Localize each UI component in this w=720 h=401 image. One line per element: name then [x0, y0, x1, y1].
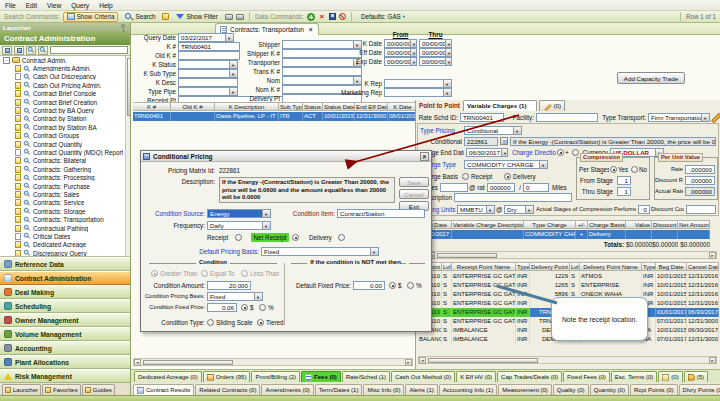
accordion-section[interactable]: Scheduling: [0, 299, 130, 313]
k-date-thru[interactable]: 00/00/0000: [419, 39, 452, 48]
bottom-tab[interactable]: Measurement (0): [498, 384, 552, 395]
chevron-down-icon[interactable]: [701, 114, 709, 121]
bottom-tab[interactable]: Misc Info (0): [363, 384, 404, 395]
column-header[interactable]: Status Date: [323, 102, 355, 111]
column-header[interactable]: Lvl: [570, 262, 580, 271]
column-header[interactable]: Type Charge: [524, 220, 576, 229]
default-pricing-basis-label[interactable]: Default Pricing Basis:: [181, 247, 259, 256]
default-dollar-radio[interactable]: [389, 282, 396, 289]
miles2-input[interactable]: 0: [523, 183, 549, 192]
tree-filter-input[interactable]: [50, 46, 128, 54]
type-pricing-select[interactable]: Conditional: [464, 126, 522, 135]
k-desc-input[interactable]: [178, 78, 238, 87]
launcher-strip[interactable]: Launcher: [0, 23, 130, 32]
default-pricing-basis-select[interactable]: Fixed: [261, 247, 379, 256]
rate-input[interactable]: 000000: [487, 183, 515, 192]
condition-fixed-price-input[interactable]: 0.06: [207, 303, 237, 312]
cancel-button[interactable]: Cancel: [399, 189, 429, 199]
k-rep-select[interactable]: [384, 79, 452, 88]
horizontal-scrollbar[interactable]: [133, 358, 413, 366]
column-header[interactable]: Lvl: [442, 262, 452, 271]
scroll-left-icon[interactable]: [134, 359, 141, 366]
tab-point-to-point[interactable]: Point to Point: [419, 101, 461, 110]
show-criteria-button[interactable]: Show Criteria: [63, 12, 119, 22]
tree-item[interactable]: Contracts: Bilateral: [0, 157, 130, 165]
tab-notes[interactable]: (0): [539, 100, 565, 111]
type-pricing-label[interactable]: Type Pricing: [420, 126, 462, 135]
scroll-right-icon[interactable]: [709, 357, 716, 364]
stages-input[interactable]: 0: [638, 205, 650, 214]
accordion-section[interactable]: Deal Making: [0, 285, 130, 299]
accordion-section[interactable]: Contract Administration: [0, 271, 130, 285]
default-fixed-price-input[interactable]: 0.00: [353, 281, 385, 290]
discount-code-input[interactable]: [686, 205, 716, 214]
charges-scrollbar[interactable]: [427, 251, 717, 259]
chevron-down-icon[interactable]: [445, 49, 451, 56]
type-transport-select[interactable]: Firm Transportation: [648, 113, 710, 122]
tree-item[interactable]: Contract Brief Console: [0, 90, 130, 98]
query-date-field[interactable]: 03/22/2017: [178, 33, 234, 42]
chevron-down-icon[interactable]: [445, 58, 451, 65]
bottom-tab[interactable]: Amendments (0): [261, 384, 313, 395]
tree-item[interactable]: Contracts: Transportation: [0, 215, 130, 223]
lookup-icon[interactable]: [500, 137, 508, 145]
tree-item[interactable]: Discrepancy Query: [0, 249, 130, 257]
tree-item[interactable]: Contract Quantity: [0, 140, 130, 148]
marketing-rep-select[interactable]: [384, 88, 452, 97]
column-header[interactable]: Status: [303, 102, 323, 111]
menu-item[interactable]: File: [5, 2, 16, 9]
condition-dollar-radio[interactable]: [241, 304, 248, 311]
tree-item[interactable]: Cash Out Pricing Admin.: [0, 81, 130, 89]
close-tab-icon[interactable]: [307, 26, 314, 33]
subtab[interactable]: Esc. Terms (0): [611, 371, 658, 382]
bottom-tab[interactable]: Term/Dates (1): [315, 384, 363, 395]
bottom-tab[interactable]: Rcpt Points (0): [630, 384, 678, 395]
tab-variable-charges[interactable]: Variable Charges (1): [463, 100, 537, 111]
condition-pricing-basis-select[interactable]: Fixed: [207, 292, 263, 301]
tree-item[interactable]: Dedicated Acreage: [0, 241, 130, 249]
tree-item[interactable]: Contractual Pathing: [0, 224, 130, 232]
charge-direction-label[interactable]: Charge Direction: [512, 148, 556, 157]
conditional-pricing-dialog[interactable]: Conditional Pricing Pricing Matrix Id: 2…: [140, 150, 432, 332]
equal-to-radio[interactable]: [201, 270, 208, 277]
chevron-down-icon[interactable]: [262, 210, 270, 217]
greater-than-radio[interactable]: [151, 270, 158, 277]
eff-date-thru[interactable]: 00/00/0000: [419, 48, 452, 57]
subtab[interactable]: Fixed Fees (0): [563, 371, 610, 382]
bottom-tab[interactable]: Alerts (1): [405, 384, 437, 395]
column-header[interactable]: Charge Basis: [588, 220, 626, 229]
accordion-section[interactable]: Owner Management: [0, 313, 130, 327]
sidebar-tab[interactable]: Favorites: [42, 384, 81, 395]
tree-item[interactable]: Contract by Station BA: [0, 123, 130, 131]
charge-type-select[interactable]: COMMODITY CHARGE: [464, 160, 548, 169]
conditional-id-field[interactable]: 222861: [464, 137, 498, 146]
tree-item[interactable]: Contract by BA Query: [0, 106, 130, 114]
subtab[interactable]: Cap Trades/Deals (0): [497, 371, 562, 382]
chevron-down-icon[interactable]: [539, 161, 547, 168]
sliding-scale-radio[interactable]: [207, 319, 214, 326]
sidebar-tab[interactable]: Guides: [82, 384, 115, 395]
frequency-select[interactable]: Daily: [207, 221, 271, 230]
eff-date-from[interactable]: 00/00/0000: [384, 48, 417, 57]
menu-item[interactable]: Edit: [26, 2, 37, 9]
miles-input[interactable]: [440, 183, 468, 192]
tree-item[interactable]: Cash Out Discrepancy: [0, 73, 130, 81]
chevron-down-icon[interactable]: [410, 40, 416, 47]
scroll-left-icon[interactable]: [419, 357, 426, 364]
subtab[interactable]: Pmnt/Billing (2): [251, 371, 300, 382]
table-row[interactable]: 8610SENTERPRISE GC GATHERININR1265SENTER…: [418, 281, 719, 290]
chevron-down-icon[interactable]: [443, 89, 451, 96]
menu-item[interactable]: View: [47, 2, 61, 9]
print-icon[interactable]: [225, 14, 233, 20]
condition-item-field[interactable]: Contract/Station: [337, 209, 425, 218]
column-header[interactable]: Sub Type: [279, 102, 303, 111]
close-icon[interactable]: [420, 152, 429, 161]
column-header[interactable]: Type: [642, 262, 656, 271]
add-capacity-trade-button[interactable]: Add Capacity Trade: [617, 72, 685, 84]
type-pipe-select[interactable]: [178, 87, 238, 96]
dry-select[interactable]: Dry: [504, 205, 534, 214]
tree-item[interactable]: Contracts: Gathering: [0, 165, 130, 173]
chevron-down-icon[interactable]: [486, 206, 494, 213]
chevron-down-icon[interactable]: [370, 248, 378, 255]
scroll-right-icon[interactable]: [709, 252, 716, 259]
